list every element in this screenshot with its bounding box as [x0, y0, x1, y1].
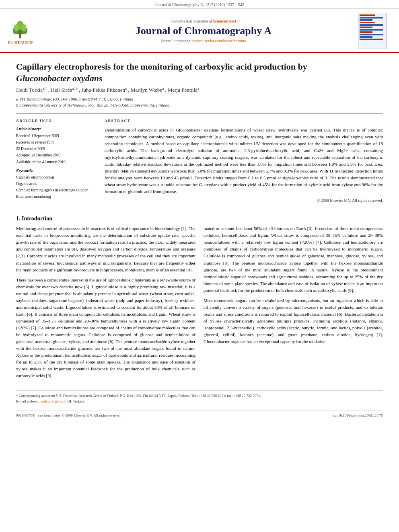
thumb-line-1 [360, 14, 375, 16]
affiliation2: b Lappeenranta University of Technology,… [16, 102, 383, 109]
intro-two-col: Monitoring and control of processes in b… [16, 225, 383, 382]
author4-name: , Marilyn Wiebe [128, 87, 162, 93]
article-title-part1: Capillary electrophoresis for the monito… [16, 62, 307, 72]
svg-point-6 [14, 24, 19, 31]
intro-para1: Monitoring and control of processes in b… [16, 225, 195, 273]
issn-text: 0021-9673/$ – see front matter © 2009 El… [16, 413, 121, 417]
keyword-4: Bioprocess monitoring [16, 193, 97, 200]
author5-sup: a [197, 86, 199, 90]
svg-rect-0 [19, 34, 21, 38]
article-dates: Received 1 September 2009 Received in re… [16, 133, 97, 165]
homepage-label: journal homepage: [161, 39, 191, 43]
email-line: E-mail address: heidi.turkia@vtt.fi (H. … [16, 399, 383, 405]
email-label: E-mail address: [16, 399, 39, 403]
journal-homepage: journal homepage: www.elsevier.com/locat… [56, 39, 351, 43]
thumb-line-3 [360, 19, 372, 21]
article-info-section: ARTICLE INFO Article history: Received 1… [16, 119, 97, 200]
keywords-label: Keywords: [16, 168, 97, 173]
thumb-line-5 [360, 24, 383, 26]
accepted-date: Accepted 24 December 2009 [16, 152, 97, 158]
email-address[interactable]: heidi.turkia@vtt.fi [39, 399, 66, 403]
affiliation1: a VIT Biotechnology, P.O. Box 1000, Fin-… [16, 96, 383, 103]
abstract-col: ABSTRACT Determination of carboxylic aci… [105, 119, 383, 204]
thumb-decoration [360, 14, 385, 40]
journal-title: Journal of Chromatography A [56, 25, 351, 37]
thumb-line-2 [360, 17, 383, 18]
abstract-text: Determination of carboxylic acids in Glu… [105, 127, 383, 195]
abstract-copyright: © 2009 Elsevier B.V. All rights reserved… [105, 198, 383, 203]
history-label: Article history: [16, 127, 97, 131]
received-date: Received 1 September 2009 [16, 133, 97, 139]
author2-sup: a, b [72, 86, 78, 90]
elsevier-logo: ELSEVIER [8, 17, 56, 45]
doi-text: doi:10.1016/j.chroma.2009.12.075 [333, 413, 383, 417]
article-info-header: ARTICLE INFO [16, 119, 97, 124]
intro-right-col: mated to account for about 50% of all bi… [204, 225, 383, 382]
sciencedirect-link[interactable]: ScienceDirect [213, 19, 236, 23]
available-date: Available online 4 January 2010 [16, 159, 97, 165]
header-right [351, 13, 387, 49]
top-bar: Journal of Chromatography A, 1217 (2010)… [0, 0, 399, 9]
article-content: Capillary electrophoresis for the monito… [0, 53, 399, 390]
journal-thumbnail [358, 13, 387, 49]
intro-section-number: 1. [16, 216, 21, 222]
author3-sup: a [125, 86, 127, 90]
email-affil: (H. Turkia). [68, 399, 85, 403]
keyword-3: Complex forming agents in electrolyte so… [16, 187, 97, 193]
sciencedirect-line: Contents lists available at ScienceDirec… [56, 19, 351, 23]
keywords-list: Capillary electrophoresis Organic acids … [16, 174, 97, 200]
revised-date: 22 December 2009 [16, 146, 97, 152]
intro-right-para1: mated to account for about 50% of all bi… [204, 225, 383, 294]
authors-line: Heidi Turkiaa,* , Heli Siréna, b , Juha-… [16, 86, 383, 93]
article-title: Capillary electrophoresis for the monito… [16, 61, 383, 84]
body-content: 1. Introduction Monitoring and control o… [16, 216, 383, 382]
intro-para2: There has been a considerable interest i… [16, 277, 195, 380]
svg-point-7 [21, 24, 27, 31]
author1-name: Heidi Turkia [16, 87, 43, 93]
intro-section-label: Introduction [22, 216, 52, 222]
divider-1 [16, 113, 383, 114]
author4-sup: a [162, 86, 164, 90]
keyword-1: Capillary electrophoresis [16, 174, 97, 181]
header-left: ELSEVIER [8, 17, 56, 45]
elsevier-label: ELSEVIER [8, 40, 33, 45]
thumb-line-9 [360, 34, 383, 35]
corresponding-author-note: * Corresponding author at: VIT Teclunica… [16, 393, 383, 399]
intro-left-col: Monitoring and control of processes in b… [16, 225, 195, 382]
author2-name: , Heli Sirén [48, 87, 72, 93]
article-info-col: ARTICLE INFO Article history: Received 1… [16, 119, 97, 204]
thumb-line-8 [360, 31, 372, 33]
divider-2 [16, 209, 383, 209]
page-footer: 0021-9673/$ – see front matter © 2009 El… [16, 411, 383, 417]
homepage-link[interactable]: www.elsevier.com/locate/chroma [192, 39, 246, 43]
thumb-line-7 [360, 29, 383, 31]
page: Journal of Chromatography A, 1217 (2010)… [0, 0, 399, 532]
author1-sup: a,* [43, 86, 47, 90]
author5-name: , Merja Penttilä [165, 87, 197, 93]
thumb-line-10 [360, 36, 372, 38]
affiliations: a VIT Biotechnology, P.O. Box 1000, Fin-… [16, 96, 383, 109]
info-abstract-cols: ARTICLE INFO Article history: Received 1… [16, 119, 383, 204]
journal-citation: Journal of Chromatography A, 1217 (2010)… [155, 2, 244, 7]
keyword-2: Organic acids [16, 181, 97, 187]
header-center: Contents lists available at ScienceDirec… [56, 19, 351, 43]
journal-header: ELSEVIER Contents lists available at Sci… [0, 9, 399, 53]
article-title-part2: Gluconobacter oxydans [16, 73, 103, 83]
intro-right-para2: Most monomeric sugars can be metabolized… [204, 297, 383, 345]
footnote-block: * Corresponding author at: VIT Teclunica… [16, 390, 383, 407]
author3-name: , Juha-Pekka Pitkänen [79, 87, 125, 93]
abstract-header: ABSTRACT [105, 119, 383, 124]
received-revised-label: Received in revised form [16, 139, 97, 146]
elsevier-tree-icon [8, 17, 32, 39]
thumb-line-11 [360, 39, 383, 40]
thumb-line-4 [360, 22, 375, 23]
intro-section-title: 1. Introduction [16, 216, 383, 222]
sciencedirect-prefix: Contents lists available at [171, 19, 212, 23]
thumb-line-6 [360, 27, 372, 28]
